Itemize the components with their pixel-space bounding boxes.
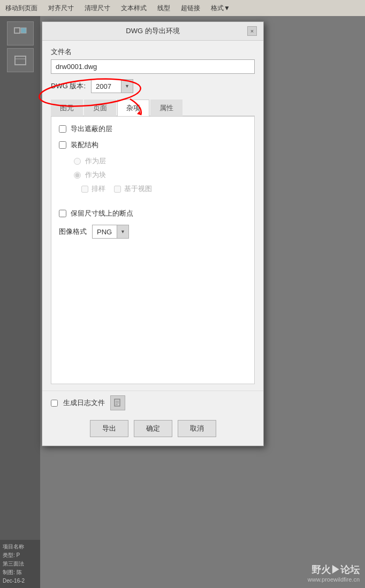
svg-rect-1 <box>21 28 26 33</box>
export-button[interactable]: 导出 <box>90 420 128 437</box>
toolbar-item-align[interactable]: 对齐尺寸 <box>48 4 74 13</box>
log-file-label: 生成日志文件 <box>63 398 105 408</box>
view-based-checkbox <box>114 186 121 193</box>
keep-dim-breakpoints-checkbox[interactable] <box>59 210 66 217</box>
tab-bar: 图元 页面 杂项 属性 <box>51 100 255 117</box>
dialog-title-bar: DWG 的导出环境 × <box>42 22 263 41</box>
cancel-button[interactable]: 取消 <box>178 420 216 437</box>
dialog-bottom: 生成日志文件 导出 确定 取消 <box>42 391 263 446</box>
dialog-close-button[interactable]: × <box>247 26 257 36</box>
log-row: 生成日志文件 <box>51 395 255 410</box>
view-based-label: 基于视图 <box>124 184 152 194</box>
assembly-structure-row: 装配结构 <box>59 140 247 150</box>
project-type: 类型: P <box>3 551 37 560</box>
image-format-value: PNG <box>93 228 117 236</box>
log-file-icon-button[interactable] <box>110 395 125 410</box>
image-format-select[interactable]: PNG ▼ <box>92 225 129 239</box>
image-format-label: 图像格式 <box>59 227 87 236</box>
dialog-title: DWG 的导出环境 <box>58 26 247 36</box>
sub-options-row: 排样 基于视图 <box>59 184 247 194</box>
log-file-checkbox[interactable] <box>51 400 58 407</box>
toolbar-item-hyperlink[interactable]: 超链接 <box>181 4 200 13</box>
dwg-export-dialog: DWG 的导出环境 × 文件名 DWG 版本: 2007 ▼ 图元 页面 杂项 … <box>42 21 264 446</box>
date: Dec-16-2 <box>3 577 37 585</box>
brand-name: 野火▶论坛 <box>308 563 360 576</box>
watermark: 野火▶论坛 www.proewildfire.cn <box>308 563 360 583</box>
project-name: 项目名称 <box>3 543 37 551</box>
view-based-item: 基于视图 <box>114 184 152 194</box>
filename-label: 文件名 <box>51 47 255 57</box>
tab-page[interactable]: 页面 <box>84 100 116 116</box>
assembly-structure-label: 装配结构 <box>71 140 98 150</box>
as-layer-row: 作为层 <box>59 156 247 166</box>
tab-primitives[interactable]: 图元 <box>51 100 83 116</box>
version-value: 2007 <box>92 82 121 90</box>
assembly-structure-checkbox[interactable] <box>59 141 66 149</box>
version-label: DWG 版本: <box>51 81 86 91</box>
as-block-row: 作为块 <box>59 170 247 180</box>
filename-input[interactable] <box>51 59 255 74</box>
projection-method: 第三面法 <box>3 560 37 568</box>
dialog-body: 文件名 DWG 版本: 2007 ▼ 图元 页面 杂项 属性 导出遮蔽的层 <box>42 41 263 391</box>
export-hidden-layers-label: 导出遮蔽的层 <box>71 124 112 134</box>
as-block-label: 作为块 <box>85 170 106 180</box>
drafter: 制图: 陈 <box>3 568 37 577</box>
keep-dim-breakpoints-label: 保留尺寸线上的断点 <box>71 209 133 218</box>
version-dropdown-button[interactable]: ▼ <box>121 80 133 93</box>
toolbar-item-move[interactable]: 移动到页面 <box>5 4 37 13</box>
toolbar-item-clean[interactable]: 清理尺寸 <box>85 4 110 13</box>
misc-tab-content: 导出遮蔽的层 装配结构 作为层 作为块 排样 <box>51 117 255 384</box>
toolbar-item-format[interactable]: 格式▼ <box>211 4 230 13</box>
brand-url: www.proewildfire.cn <box>308 576 360 583</box>
export-hidden-layers-checkbox[interactable] <box>59 125 66 133</box>
version-select[interactable]: 2007 ▼ <box>91 79 133 93</box>
action-buttons: 导出 确定 取消 <box>51 415 255 441</box>
tab-properties[interactable]: 属性 <box>150 100 182 116</box>
svg-rect-2 <box>15 56 26 65</box>
tab-misc[interactable]: 杂项 <box>117 100 149 116</box>
sidebar-icon-2[interactable] <box>7 48 34 72</box>
arrange-item: 排样 <box>81 184 105 194</box>
toolbar-item-textstyle[interactable]: 文本样式 <box>121 4 147 13</box>
ok-button[interactable]: 确定 <box>134 420 172 437</box>
bottom-info-panel: 项目名称 类型: P 第三面法 制图: 陈 Dec-16-2 <box>0 540 40 588</box>
sidebar-icon-1[interactable] <box>7 21 34 45</box>
image-format-row: 图像格式 PNG ▼ <box>59 225 247 239</box>
left-sidebar <box>0 16 40 588</box>
as-layer-radio <box>74 158 81 165</box>
svg-rect-0 <box>14 28 20 33</box>
top-toolbar: 移动到页面 对齐尺寸 清理尺寸 文本样式 线型 超链接 格式▼ <box>0 0 365 16</box>
as-layer-label: 作为层 <box>85 156 106 166</box>
toolbar-item-linetype[interactable]: 线型 <box>157 4 170 13</box>
arrange-label: 排样 <box>92 184 105 194</box>
arrange-checkbox <box>81 186 88 193</box>
image-format-dropdown-button[interactable]: ▼ <box>117 225 128 238</box>
export-hidden-layers-row: 导出遮蔽的层 <box>59 124 247 134</box>
version-row: DWG 版本: 2007 ▼ <box>51 79 255 93</box>
as-block-radio <box>74 172 81 179</box>
keep-dim-breakpoints-row: 保留尺寸线上的断点 <box>59 209 247 218</box>
